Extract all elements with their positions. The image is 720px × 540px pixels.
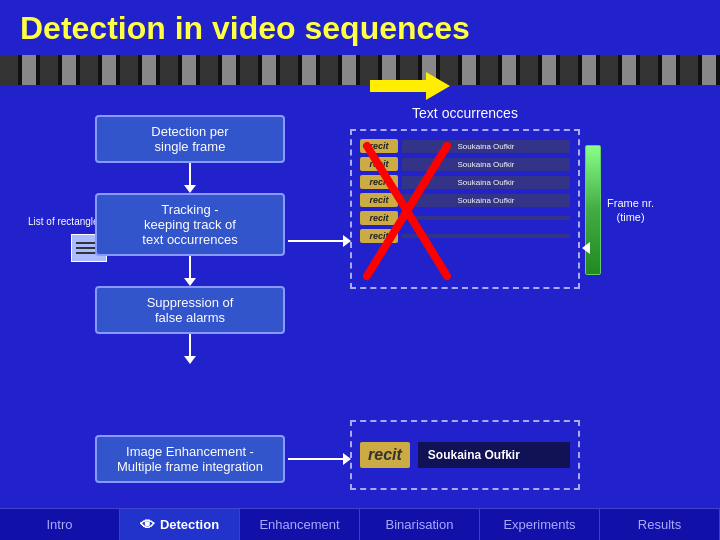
nav-binarisation[interactable]: Binarisation	[360, 509, 480, 540]
occ-row-3: recit Soukaina Oufkir	[360, 175, 570, 189]
connector-1	[95, 163, 285, 193]
occ-text-5: recit	[360, 211, 398, 225]
top-arrow-icon	[370, 72, 450, 100]
connector-3	[95, 334, 285, 364]
occ-row-5: recit	[360, 211, 570, 225]
nav-results-label: Results	[638, 517, 681, 532]
arrow-to-bottom-frames	[288, 453, 351, 465]
nav-enhancement-label: Enhancement	[259, 517, 339, 532]
eye-icon: 👁	[140, 516, 155, 533]
occ-label-6	[402, 234, 570, 238]
occ-label-2: Soukaina Oufkir	[402, 158, 570, 171]
text-occurrences-label: Text occurrences	[350, 105, 580, 121]
occ-text-2: recit	[360, 157, 398, 171]
detection-per-frame-box: Detection per single frame	[95, 115, 285, 163]
filmstrip	[0, 55, 720, 85]
frame-nr-label: Frame nr. (time)	[607, 196, 654, 225]
main-content: List of rectangles per frame Detection p…	[0, 105, 720, 505]
occ-label-5	[402, 216, 570, 220]
arrow-to-occ	[288, 235, 351, 247]
occ-label-4: Soukaina Oufkir	[402, 194, 570, 207]
occ-text-4: recit	[360, 193, 398, 207]
occ-label-1: Soukaina Oufkir	[402, 140, 570, 153]
nav-experiments-label: Experiments	[503, 517, 575, 532]
nav-detection[interactable]: 👁 Detection	[120, 509, 240, 540]
occ-text-6: recit	[360, 229, 398, 243]
suppression-box: Suppression of false alarms	[95, 286, 285, 334]
occ-row-6: recit	[360, 229, 570, 243]
occ-row-2: recit Soukaina Oufkir	[360, 157, 570, 171]
bottom-nav: Intro 👁 Detection Enhancement Binarisati…	[0, 508, 720, 540]
page-title: Detection in video sequences	[0, 0, 720, 55]
connector-2	[95, 256, 285, 286]
bottom-text-result: recit	[360, 442, 410, 468]
frame-nr-bar	[585, 145, 601, 275]
nav-intro[interactable]: Intro	[0, 509, 120, 540]
bottom-frames-area: recit Soukaina Oufkir	[350, 420, 580, 490]
text-occurrences-box: recit Soukaina Oufkir recit Soukaina Ouf…	[350, 129, 580, 289]
frame-nr-area: Frame nr. (time)	[585, 145, 654, 275]
left-flow: Detection per single frame Tracking - ke…	[95, 115, 285, 364]
text-occurrences-area: Text occurrences recit Soukaina Oufkir r…	[350, 105, 580, 289]
nav-detection-label: Detection	[160, 517, 219, 532]
occ-text-1: recit	[360, 139, 398, 153]
image-enhancement-area: Image Enhancement - Multiple frame integ…	[95, 435, 285, 483]
occ-text-3: recit	[360, 175, 398, 189]
nav-enhancement[interactable]: Enhancement	[240, 509, 360, 540]
occ-row-1: recit Soukaina Oufkir	[360, 139, 570, 153]
bottom-label-result: Soukaina Oufkir	[418, 442, 570, 468]
occ-row-4: recit Soukaina Oufkir	[360, 193, 570, 207]
nav-experiments[interactable]: Experiments	[480, 509, 600, 540]
tracking-box: Tracking - keeping track of text occurre…	[95, 193, 285, 256]
svg-marker-0	[370, 72, 450, 100]
occ-label-3: Soukaina Oufkir	[402, 176, 570, 189]
nav-results[interactable]: Results	[600, 509, 720, 540]
nav-intro-label: Intro	[46, 517, 72, 532]
nav-binarisation-label: Binarisation	[386, 517, 454, 532]
image-enhancement-box: Image Enhancement - Multiple frame integ…	[95, 435, 285, 483]
